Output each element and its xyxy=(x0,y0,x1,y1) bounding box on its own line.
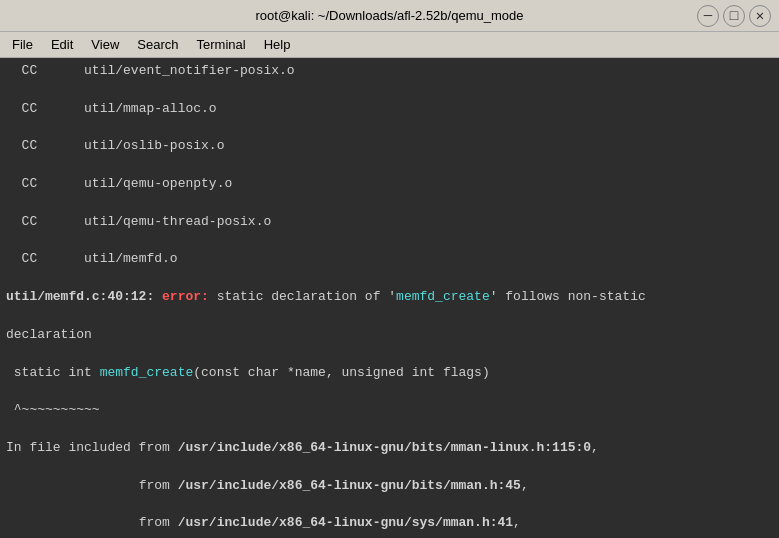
line: CC util/mmap-alloc.o xyxy=(6,100,773,119)
line: In file included from /usr/include/x86_6… xyxy=(6,439,773,458)
menu-edit[interactable]: Edit xyxy=(43,35,81,54)
menu-view[interactable]: View xyxy=(83,35,127,54)
maximize-button[interactable]: □ xyxy=(723,5,745,27)
line: from /usr/include/x86_64-linux-gnu/sys/m… xyxy=(6,514,773,533)
error-line: util/memfd.c:40:12: error: static declar… xyxy=(6,288,773,307)
menubar: File Edit View Search Terminal Help xyxy=(0,32,779,58)
close-button[interactable]: ✕ xyxy=(749,5,771,27)
line: CC util/oslib-posix.o xyxy=(6,137,773,156)
line: CC util/event_notifier-posix.o xyxy=(6,62,773,81)
titlebar: root@kali: ~/Downloads/afl-2.52b/qemu_mo… xyxy=(0,0,779,32)
menu-file[interactable]: File xyxy=(4,35,41,54)
terminal-output[interactable]: CC util/event_notifier-posix.o CC util/m… xyxy=(0,58,779,538)
minimize-button[interactable]: ─ xyxy=(697,5,719,27)
line: CC util/memfd.o xyxy=(6,250,773,269)
window-controls: ─ □ ✕ xyxy=(697,5,771,27)
line: CC util/qemu-openpty.o xyxy=(6,175,773,194)
menu-help[interactable]: Help xyxy=(256,35,299,54)
line: CC util/qemu-thread-posix.o xyxy=(6,213,773,232)
line: ^~~~~~~~~~~ xyxy=(6,401,773,420)
menu-search[interactable]: Search xyxy=(129,35,186,54)
line: from /usr/include/x86_64-linux-gnu/bits/… xyxy=(6,477,773,496)
line: static int memfd_create(const char *name… xyxy=(6,364,773,383)
line: declaration xyxy=(6,326,773,345)
window-title: root@kali: ~/Downloads/afl-2.52b/qemu_mo… xyxy=(256,8,524,23)
menu-terminal[interactable]: Terminal xyxy=(189,35,254,54)
